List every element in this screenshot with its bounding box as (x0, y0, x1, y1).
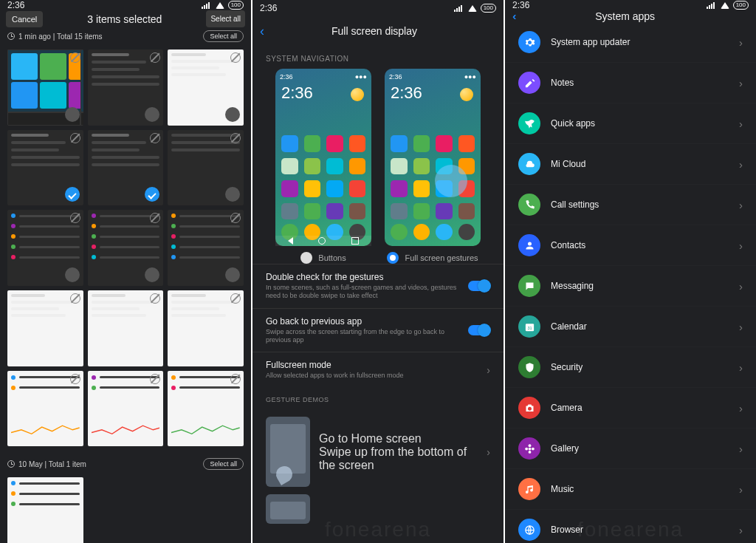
thumbnail[interactable] (88, 210, 164, 286)
app-label: Contacts (551, 240, 729, 250)
flower-icon (518, 437, 540, 460)
system-app-row[interactable]: Call settings› (505, 185, 756, 225)
app-label: Notes (551, 78, 729, 88)
battery-icon: 100 (228, 1, 244, 10)
select-circle[interactable] (65, 107, 80, 122)
thumbnail[interactable] (7, 49, 83, 126)
cal-icon: 31 (518, 315, 540, 338)
select-circle[interactable] (225, 267, 240, 282)
chevron-right-icon: › (739, 36, 743, 49)
chevron-right-icon: › (739, 77, 743, 89)
demo-home[interactable]: Go to Home screenSwipe up from the botto… (252, 409, 504, 494)
gear-icon (518, 31, 540, 53)
thumbnail[interactable] (168, 49, 244, 126)
fullscreen-mode-row[interactable]: Fullscreen modeAllow selected apps to wo… (252, 352, 504, 387)
thumbnail[interactable] (168, 210, 244, 286)
system-app-row[interactable]: Quick apps› (505, 103, 756, 144)
thumbnail-grid-2 (0, 473, 251, 543)
selection-title: 3 items selected (43, 13, 206, 25)
phone-icon (518, 194, 540, 216)
double-check-row[interactable]: Double check for the gesturesIn some sce… (252, 264, 504, 308)
thumbnail[interactable] (7, 130, 83, 206)
app-label: Calendar (551, 321, 729, 332)
status-time: 2:36 (260, 3, 277, 13)
system-app-row[interactable]: Mi Cloud› (505, 144, 756, 185)
battery-icon: 100 (733, 1, 749, 10)
chevron-right-icon: › (739, 524, 743, 536)
thumbnail[interactable] (88, 371, 164, 447)
chevron-right-icon: › (739, 280, 743, 293)
fullscreen-display-settings: 2:36 100 ‹ Full screen display SYSTEM NA… (252, 0, 504, 543)
select-circle[interactable] (145, 107, 159, 122)
app-label: Browser (551, 525, 729, 535)
toggle-on[interactable] (468, 281, 490, 291)
system-app-row[interactable]: Notes› (505, 63, 756, 103)
globe-icon (518, 519, 540, 541)
no-sync-icon (70, 213, 80, 223)
system-app-row[interactable]: Messaging› (505, 266, 756, 307)
select-circle[interactable] (225, 187, 240, 202)
gestures-preview[interactable]: 2:36●●● 2:36 (385, 69, 481, 246)
no-sync-icon (70, 293, 80, 304)
select-circle[interactable] (65, 267, 80, 282)
status-bar: 2:36 100 (505, 0, 756, 10)
thumbnail[interactable] (7, 290, 83, 366)
thumbnail[interactable] (168, 130, 244, 206)
toggle-on[interactable] (468, 325, 490, 335)
go-back-row[interactable]: Go back to previous appSwipe across the … (252, 308, 504, 352)
system-app-row[interactable]: 31Calendar› (505, 307, 756, 347)
person-icon (518, 234, 540, 256)
shield-icon (518, 356, 540, 378)
status-bar: 2:36 100 (252, 0, 504, 16)
no-sync-icon (70, 133, 80, 143)
thumbnail[interactable] (88, 49, 164, 126)
svg-point-3 (528, 444, 531, 447)
buttons-preview[interactable]: 2:36●●● 2:36 (275, 69, 371, 246)
chevron-right-icon: › (739, 361, 743, 374)
system-app-row[interactable]: Camera› (505, 388, 756, 428)
app-label: Music (551, 484, 729, 494)
app-label: Gallery (551, 443, 729, 454)
system-app-row[interactable]: Gallery› (505, 428, 756, 469)
cloud-icon (518, 153, 540, 175)
system-app-row[interactable]: System app updater› (505, 22, 756, 63)
demo-next[interactable] (252, 494, 504, 531)
svg-text:31: 31 (527, 325, 532, 329)
chevron-right-icon: › (739, 402, 743, 414)
select-circle[interactable] (65, 187, 80, 202)
select-all-button[interactable]: Select all (206, 10, 245, 27)
thumbnail[interactable] (7, 477, 83, 543)
select-circle[interactable] (145, 187, 159, 202)
system-app-row[interactable]: Music› (505, 469, 756, 510)
signal-icon (202, 1, 212, 9)
svg-point-2 (528, 447, 531, 450)
thumbnail[interactable] (88, 130, 164, 206)
thumbnail[interactable] (168, 290, 244, 366)
no-sync-icon (230, 52, 241, 63)
app-label: Security (551, 362, 729, 372)
group-select-all-button-2[interactable]: Select all (203, 458, 244, 470)
select-circle[interactable] (225, 107, 240, 122)
thumbnail[interactable] (7, 371, 83, 447)
system-app-row[interactable]: Security› (505, 347, 756, 388)
group-label-2: 10 May | Total 1 item (18, 460, 86, 468)
cancel-button[interactable]: Cancel (6, 11, 43, 27)
buttons-radio[interactable]: Buttons (300, 252, 346, 264)
select-circle[interactable] (145, 267, 159, 282)
no-sync-icon (70, 374, 80, 384)
chevron-right-icon: › (487, 446, 490, 458)
settings-header: ‹‹ System apps (505, 10, 756, 22)
system-app-row[interactable]: Contacts› (505, 225, 756, 266)
system-app-row[interactable]: Browser› (505, 510, 756, 543)
thumbnail[interactable] (7, 210, 83, 286)
chevron-right-icon: › (739, 158, 743, 171)
thumbnail[interactable] (88, 290, 164, 366)
svg-point-6 (532, 447, 535, 450)
app-label: Camera (551, 403, 729, 413)
group-select-all-button[interactable]: Select all (203, 30, 244, 42)
system-apps-settings: 2:36 100 ‹‹ System apps System app updat… (505, 0, 756, 543)
app-label: Quick apps (551, 118, 729, 129)
gestures-radio[interactable]: Full screen gestures (387, 252, 478, 264)
thumbnail[interactable] (168, 371, 244, 447)
section-label: SYSTEM NAVIGATION (252, 46, 504, 69)
